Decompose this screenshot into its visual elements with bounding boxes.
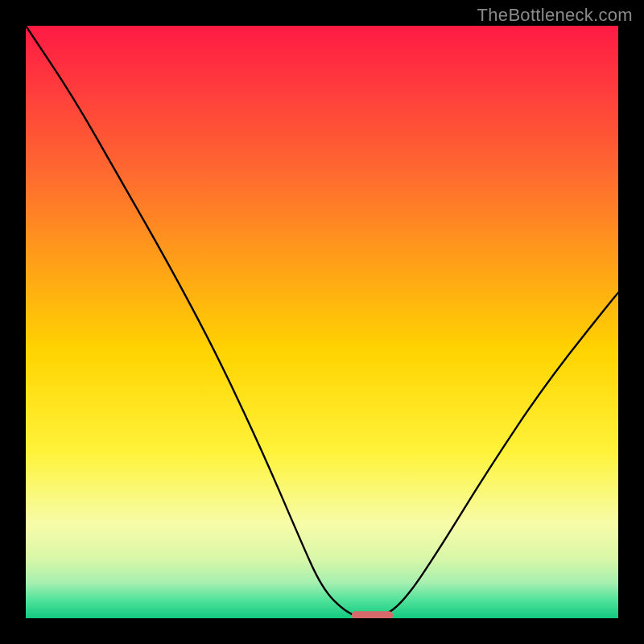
chart-svg bbox=[26, 26, 618, 618]
watermark-text: TheBottleneck.com bbox=[477, 5, 633, 26]
chart-frame: TheBottleneck.com bbox=[0, 0, 644, 644]
optimal-range-marker bbox=[352, 611, 394, 618]
plot-area bbox=[26, 26, 618, 618]
gradient-background bbox=[26, 26, 618, 618]
